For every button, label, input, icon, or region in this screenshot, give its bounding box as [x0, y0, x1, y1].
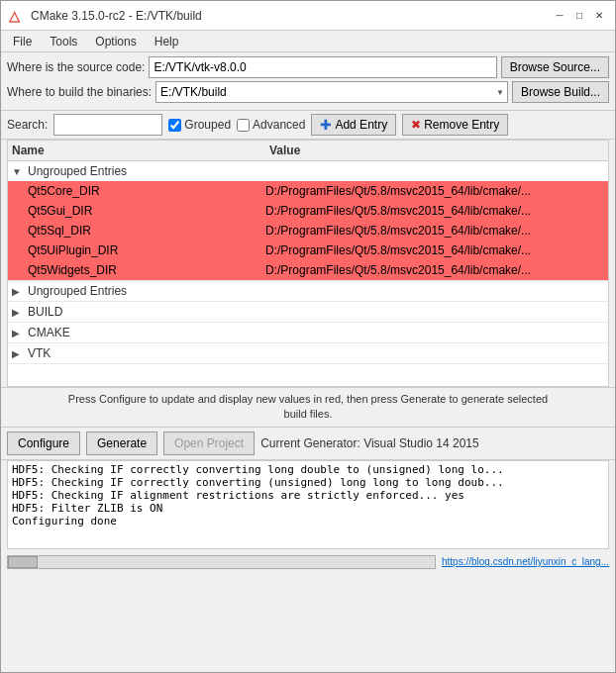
action-row: Configure Generate Open Project Current …: [1, 427, 615, 460]
chevron-icon: ▶: [12, 286, 24, 297]
build-row: Where to build the binaries: Browse Buil…: [7, 81, 609, 103]
chevron-icon: ▶: [12, 307, 24, 318]
row-name: Qt5Gui_DIR: [28, 204, 265, 218]
tree-group-3: ▶CMAKE: [8, 323, 608, 343]
menu-bar: File Tools Options Help: [1, 31, 615, 52]
tree-group-header-2[interactable]: ▶BUILD: [8, 302, 608, 322]
x-icon: ✖: [411, 118, 421, 132]
table-row[interactable]: Qt5Widgets_DIRD:/ProgramFiles/Qt/5.8/msv…: [8, 260, 608, 280]
log-area: HDF5: Checking IF correctly converting l…: [7, 460, 609, 549]
tree-group-2: ▶BUILD: [8, 302, 608, 323]
row-value: D:/ProgramFiles/Qt/5.8/msvc2015_64/lib/c…: [265, 243, 604, 257]
tree-group-header-0[interactable]: ▼Ungrouped Entries: [8, 161, 608, 181]
chevron-icon: ▼: [12, 166, 24, 177]
close-button[interactable]: ✕: [591, 8, 607, 24]
group-label: Ungrouped Entries: [28, 284, 127, 298]
table-row[interactable]: Qt5Gui_DIRD:/ProgramFiles/Qt/5.8/msvc201…: [8, 201, 608, 221]
table-row[interactable]: Qt5UiPlugin_DIRD:/ProgramFiles/Qt/5.8/ms…: [8, 240, 608, 260]
chevron-icon: ▶: [12, 328, 24, 338]
col-value-header: Value: [269, 144, 604, 157]
group-label: Ungrouped Entries: [28, 164, 127, 178]
browse-source-button[interactable]: Browse Source...: [501, 56, 609, 78]
search-input[interactable]: [53, 114, 162, 136]
minimize-button[interactable]: ─: [552, 8, 567, 24]
window-title: CMake 3.15.0-rc2 - E:/VTK/build: [31, 9, 202, 23]
row-value: D:/ProgramFiles/Qt/5.8/msvc2015_64/lib/c…: [265, 224, 604, 238]
form-area: Where is the source code: Browse Source.…: [1, 52, 615, 111]
title-bar: △ CMake 3.15.0-rc2 - E:/VTK/build ─ □ ✕: [1, 1, 615, 31]
col-name-header: Name: [12, 144, 269, 157]
grouped-checkbox-group: Grouped: [168, 118, 231, 132]
tree-group-header-4[interactable]: ▶VTK: [8, 343, 608, 363]
grouped-label[interactable]: Grouped: [184, 118, 231, 132]
tree-group-1: ▶Ungrouped Entries: [8, 281, 608, 302]
menu-tools[interactable]: Tools: [42, 33, 85, 50]
toolbar-row: Search: Grouped Advanced ✚ Add Entry ✖ R…: [1, 111, 615, 140]
browse-build-button[interactable]: Browse Build...: [512, 81, 609, 103]
row-value: D:/ProgramFiles/Qt/5.8/msvc2015_64/lib/c…: [265, 184, 604, 198]
row-value: D:/ProgramFiles/Qt/5.8/msvc2015_64/lib/c…: [265, 204, 604, 218]
remove-entry-label: Remove Entry: [424, 118, 499, 132]
add-entry-label: Add Entry: [335, 118, 387, 132]
group-label: VTK: [28, 346, 51, 360]
maximize-button[interactable]: □: [571, 8, 587, 24]
menu-file[interactable]: File: [5, 33, 40, 50]
remove-entry-button[interactable]: ✖ Remove Entry: [402, 114, 508, 136]
table-row[interactable]: Qt5Sql_DIRD:/ProgramFiles/Qt/5.8/msvc201…: [8, 221, 608, 240]
build-select-wrapper: [155, 81, 508, 103]
generator-text: Current Generator: Visual Studio 14 2015: [260, 436, 479, 450]
status-line2: build files.: [284, 408, 333, 420]
tree-group-header-3[interactable]: ▶CMAKE: [8, 323, 608, 342]
bottom-bar: https://blog.csdn.net/liyunxin_c_lang...: [1, 553, 615, 571]
row-name: Qt5Sql_DIR: [28, 224, 265, 238]
group-label: BUILD: [28, 305, 62, 319]
configure-button[interactable]: Configure: [7, 432, 80, 455]
open-project-button[interactable]: Open Project: [163, 432, 255, 455]
plus-icon: ✚: [320, 117, 332, 133]
tree-group-4: ▶VTK: [8, 343, 608, 364]
url-link[interactable]: https://blog.csdn.net/liyunxin_c_lang...: [442, 556, 609, 567]
horizontal-scrollbar[interactable]: [7, 555, 436, 569]
grouped-checkbox[interactable]: [168, 119, 181, 132]
source-label: Where is the source code:: [7, 60, 145, 74]
build-input[interactable]: [155, 81, 508, 103]
list-item: Configuring done: [12, 515, 604, 528]
advanced-label[interactable]: Advanced: [253, 118, 305, 132]
app-icon: △: [9, 8, 25, 24]
row-name: Qt5Core_DIR: [28, 184, 265, 198]
table-row[interactable]: Qt5Core_DIRD:/ProgramFiles/Qt/5.8/msvc20…: [8, 181, 608, 201]
list-item: HDF5: Checking IF correctly converting l…: [12, 463, 604, 476]
tree-section: ▼Ungrouped EntriesQt5Core_DIRD:/ProgramF…: [8, 161, 608, 364]
tree-group-0: ▼Ungrouped EntriesQt5Core_DIRD:/ProgramF…: [8, 161, 608, 281]
build-label: Where to build the binaries:: [7, 85, 152, 99]
generate-button[interactable]: Generate: [86, 432, 157, 455]
scroll-thumb[interactable]: [8, 556, 38, 568]
row-value: D:/ProgramFiles/Qt/5.8/msvc2015_64/lib/c…: [265, 263, 604, 277]
row-name: Qt5UiPlugin_DIR: [28, 243, 265, 257]
list-item: HDF5: Checking IF correctly converting (…: [12, 476, 604, 489]
row-name: Qt5Widgets_DIR: [28, 263, 265, 277]
list-item: HDF5: Filter ZLIB is ON: [12, 502, 604, 515]
source-row: Where is the source code: Browse Source.…: [7, 56, 609, 78]
menu-options[interactable]: Options: [87, 33, 144, 50]
list-item: HDF5: Checking IF alignment restrictions…: [12, 489, 604, 502]
status-area: Press Configure to update and display ne…: [1, 387, 615, 427]
group-label: CMAKE: [28, 326, 70, 339]
search-label: Search:: [7, 118, 48, 132]
advanced-checkbox-group: Advanced: [237, 118, 305, 132]
add-entry-button[interactable]: ✚ Add Entry: [311, 114, 396, 136]
chevron-icon: ▶: [12, 348, 24, 359]
menu-help[interactable]: Help: [147, 33, 187, 50]
source-input[interactable]: [149, 56, 496, 78]
table-area: Name Value ▼Ungrouped EntriesQt5Core_DIR…: [7, 140, 609, 387]
status-line1: Press Configure to update and display ne…: [68, 393, 548, 405]
tree-group-header-1[interactable]: ▶Ungrouped Entries: [8, 281, 608, 301]
table-header: Name Value: [8, 141, 608, 161]
advanced-checkbox[interactable]: [237, 119, 250, 132]
